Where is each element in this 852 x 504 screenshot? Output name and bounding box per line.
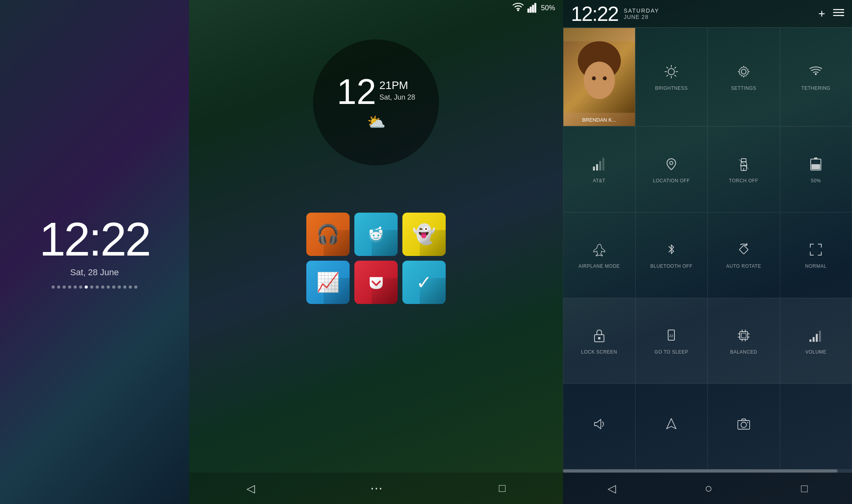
tile-settings[interactable]: SETTINGS — [708, 28, 780, 126]
tile-volume[interactable]: VOLUME — [780, 298, 852, 384]
airplane-icon — [592, 243, 606, 260]
lock-dot — [63, 285, 66, 289]
tile-bluetooth[interactable]: BLUETOOTH OFF — [635, 212, 708, 298]
svg-line-28 — [667, 67, 668, 68]
tile-location[interactable]: LOCATION OFF — [635, 126, 708, 212]
notif-back-button[interactable]: ◁ — [608, 482, 616, 495]
home-button[interactable]: ⋯ — [370, 481, 384, 496]
settings-label: SETTINGS — [731, 85, 756, 91]
app-reddit[interactable] — [354, 213, 398, 256]
lock-dot — [57, 285, 60, 289]
svg-line-30 — [675, 67, 676, 68]
scroll-thumb — [563, 469, 837, 472]
lock-dot-active — [85, 285, 88, 289]
lock-time: 12:22 — [39, 215, 150, 263]
tile-empty — [780, 384, 852, 469]
tile-speaker[interactable] — [563, 384, 635, 469]
tile-tethering[interactable]: TETHERING — [780, 28, 852, 126]
lock-date: Sat, 28 June — [70, 267, 119, 278]
lockscreen-label: LOCK SCREEN — [581, 349, 617, 355]
normal-label: NORMAL — [805, 263, 826, 269]
tile-normal[interactable]: NORMAL — [780, 212, 852, 298]
battery-percent: 50% — [541, 4, 555, 12]
svg-rect-35 — [596, 164, 598, 170]
svg-rect-63 — [816, 334, 818, 342]
bluetooth-label: BLUETOOTH OFF — [650, 263, 693, 269]
tile-brightness[interactable]: BRIGHTNESS — [635, 28, 708, 126]
battery-label: 50% — [811, 178, 821, 183]
svg-rect-16 — [841, 12, 844, 13]
svg-point-22 — [603, 76, 607, 80]
lock-dot — [107, 285, 110, 289]
tile-battery[interactable]: 50% — [780, 126, 852, 212]
lock-screen-icon — [592, 328, 606, 343]
menu-button[interactable] — [833, 7, 844, 20]
svg-rect-48 — [598, 337, 600, 339]
menu-icon — [833, 8, 844, 17]
lock-dot — [90, 285, 93, 289]
svg-line-29 — [675, 75, 676, 76]
tile-sleep[interactable]: zz GO TO SLEEP — [635, 298, 708, 384]
svg-line-31 — [667, 75, 668, 76]
tile-torch[interactable]: TORCH OFF — [708, 126, 780, 212]
rotate-label: AUTO ROTATE — [726, 263, 761, 269]
lock-dot — [112, 285, 115, 289]
rotate-icon — [737, 243, 751, 260]
settings-icon — [737, 65, 751, 82]
balanced-label: BALANCED — [730, 349, 757, 355]
speaker-icon — [592, 417, 606, 435]
sleep-icon: zz — [664, 328, 678, 346]
notif-recents-button[interactable]: □ — [801, 482, 808, 495]
expand-icon — [809, 243, 823, 260]
app-check[interactable]: ✓ — [402, 261, 446, 304]
add-button[interactable]: + — [818, 7, 825, 20]
lock-dot — [96, 285, 99, 289]
app-snapchat[interactable]: 👻 — [402, 213, 446, 256]
notif-home-button[interactable]: ○ — [705, 481, 712, 496]
tile-balanced[interactable]: BALANCED — [708, 298, 780, 384]
notification-panel: 12:22 SATURDAY JUNE 28 + — [563, 0, 852, 504]
tile-profile[interactable]: BRENDAN K... — [563, 28, 635, 126]
svg-rect-46 — [739, 245, 748, 254]
tile-navigate[interactable] — [635, 384, 708, 469]
app-stocks[interactable]: 📈 — [306, 261, 350, 304]
location-pin-icon — [664, 157, 678, 171]
auto-rotate-icon — [737, 243, 751, 257]
tile-att[interactable]: AT&T — [563, 126, 635, 212]
reddit-logo — [364, 222, 388, 246]
app-headphones[interactable]: 🎧 — [306, 213, 350, 256]
svg-rect-1 — [528, 9, 529, 12]
lock-dots — [52, 285, 137, 289]
profile-photo: BRENDAN K... — [563, 28, 635, 126]
tethering-icon — [809, 65, 823, 82]
status-icons: 50% — [513, 2, 555, 13]
fullscreen-icon — [809, 243, 823, 257]
volume-label: VOLUME — [805, 349, 826, 355]
signal-bars-icon — [592, 157, 606, 175]
gear-icon — [737, 65, 751, 79]
tile-lockscreen[interactable]: LOCK SCREEN — [563, 298, 635, 384]
tile-rotate[interactable]: AUTO ROTATE — [708, 212, 780, 298]
brightness-icon — [664, 65, 678, 82]
svg-rect-45 — [811, 164, 820, 169]
recents-button[interactable]: □ — [499, 482, 506, 495]
navigate-icon — [664, 417, 678, 435]
tile-camera[interactable] — [708, 384, 780, 469]
volume-bars-icon — [809, 328, 823, 343]
svg-rect-3 — [532, 5, 534, 13]
battery-level-icon — [810, 157, 821, 171]
lock-dot — [68, 285, 71, 289]
svg-point-23 — [668, 69, 674, 75]
tile-airplane[interactable]: AIRPLANE MODE — [563, 212, 635, 298]
svg-point-6 — [371, 232, 382, 240]
scroll-indicator[interactable] — [563, 469, 852, 472]
back-button[interactable]: ◁ — [246, 482, 255, 495]
navigation-arrow-icon — [664, 417, 678, 431]
app-pocket[interactable] — [354, 261, 398, 304]
svg-rect-64 — [819, 331, 821, 342]
balanced-icon — [737, 328, 751, 346]
svg-rect-36 — [599, 161, 601, 170]
location-label: LOCATION OFF — [653, 178, 690, 183]
svg-point-20 — [584, 61, 615, 99]
airplane-label: AIRPLANE MODE — [578, 263, 620, 269]
